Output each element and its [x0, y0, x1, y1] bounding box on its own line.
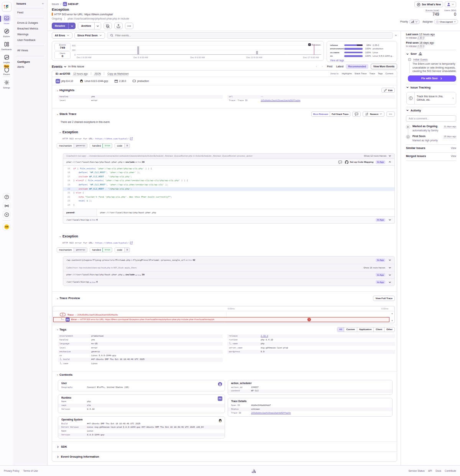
rail-item-issues[interactable]: Issues — [2, 15, 11, 25]
frame-row-called-from[interactable]: Called from: /wp-includes/class-wp-hook.… — [63, 264, 394, 271]
collapse-stack-trace-icon[interactable]: ⌄ — [56, 113, 59, 115]
jump-trace[interactable]: Trace — [370, 72, 375, 75]
code-line[interactable]: 15if ( file_exists( 'phar://wp-cli.phar/… — [63, 167, 394, 171]
releases-toggle[interactable]: ✓ Releases — [308, 43, 320, 46]
code-line[interactable]: 22 echo "Couldn't find 'php/wp-cli.php'.… — [63, 195, 394, 200]
breadcrumb-issues[interactable]: Issues — [52, 3, 59, 5]
view-all-tags-link[interactable]: View all tags — [330, 59, 394, 62]
share-button[interactable] — [114, 23, 123, 29]
tags-filter-application[interactable]: Application — [357, 327, 374, 332]
code-line[interactable]: 18} elseif ( file_exists( 'phar://wp-cli… — [63, 179, 394, 183]
sidebar-item-user-feedback[interactable]: User Feedback — [16, 37, 44, 43]
resolve-dropdown[interactable] — [68, 23, 76, 29]
exception-url-link[interactable]: https://84em.com/toptal/ — [95, 137, 128, 140]
facet-row[interactable]: os100%Linux 6.8.0-1044-g... — [330, 54, 394, 58]
copy-markdown-link[interactable]: Copy as Markdown — [107, 72, 129, 75]
jump-tags[interactable]: Tags — [378, 72, 383, 75]
collapse-contexts-icon[interactable]: ⌄ — [56, 374, 59, 375]
resolve-button[interactable]: Resolve — [52, 23, 68, 29]
org-logo[interactable] — [2, 2, 12, 11]
chevron-down-icon[interactable] — [388, 266, 391, 269]
rail-item-dashboards[interactable]: Dashboards — [2, 41, 12, 51]
api-link[interactable]: API — [428, 469, 432, 472]
users-count-box[interactable]: Users 0 — [54, 51, 71, 59]
events-dropdown[interactable]: Events — [52, 65, 67, 69]
contribute-link[interactable]: Contribute — [445, 469, 456, 472]
facet-row[interactable]: release68%2.25.0 — [330, 43, 394, 47]
exception-url-link[interactable]: https://84em.com/toptal/ — [95, 242, 128, 244]
setup-code-mapping-link[interactable]: Set up Code Mapping — [345, 160, 373, 164]
event-count-bar[interactable] — [286, 54, 288, 55]
facet-row[interactable]: environment100%production — [330, 47, 394, 51]
facet-row[interactable]: os.name100%Linux — [330, 51, 394, 54]
issue-tracking-card[interactable]: Track this issue in Jira, GitHub, etc. › — [406, 92, 456, 105]
trace-root-row[interactable]: 1 Trace — 205d9d8bc3ad415baa16ab4d50ffad… — [53, 311, 394, 317]
initial-guess-row[interactable]: Initial Guess — [408, 58, 456, 61]
code-line[interactable]: 20 include WP_CLI_ROOT . '/php/wp-cli.ph… — [63, 187, 394, 191]
activity-header[interactable]: Activity — [406, 109, 456, 112]
trace-error-row[interactable]: php Error — HTTP 503 error for URL: http… — [53, 317, 389, 322]
events-count-box[interactable]: Events 749 — [54, 43, 71, 51]
service-status-link[interactable]: Service Status — [409, 469, 425, 472]
os-context[interactable]: Linux 6.8.0-1044-gcp — [79, 79, 108, 83]
release-link[interactable]: 2.30.0 — [417, 36, 424, 39]
tag-row[interactable]: environmentproduction — [58, 334, 223, 338]
tag-row[interactable]: wordpress6.9 — [227, 350, 395, 354]
chart-plot[interactable]: Dec 1 6:00 AMDec 5 6:00 AMDec 9 6:00 AMD… — [77, 44, 321, 59]
search-input[interactable] — [115, 34, 390, 37]
thread-selector-button[interactable] — [352, 111, 361, 117]
tag-row[interactable]: languageen-US — [58, 342, 223, 346]
tag-row[interactable]: levelerror — [58, 346, 223, 350]
code-line[interactable]: 21} else { — [63, 191, 394, 195]
view-similar-button[interactable]: View — [451, 147, 456, 149]
prev-event-button[interactable]: ‹ — [314, 64, 319, 69]
releases-checkbox[interactable]: ✓ — [308, 43, 311, 46]
release-marker[interactable] — [314, 44, 314, 55]
code-line[interactable]: 23 exit( 1 ); — [63, 199, 394, 203]
date-range-filter[interactable]: Since First Seen — [74, 32, 105, 39]
chevron-down-icon[interactable] — [388, 281, 391, 284]
issue-tracking-header[interactable]: Issue Tracking — [406, 86, 456, 89]
tag-row[interactable]: handledyes — [58, 338, 223, 342]
next-event-button[interactable]: › — [320, 64, 325, 69]
sidebar-item-alerts[interactable]: Alerts — [16, 64, 44, 70]
jump-highlights[interactable]: Highlights — [342, 72, 352, 75]
event-grouping-section[interactable]: Event Grouping Information — [52, 452, 397, 461]
breadcrumb-project[interactable]: php 84EM-6P — [63, 2, 79, 6]
collapse-exception-icon[interactable]: ⌄ — [59, 131, 61, 133]
code-line[interactable]: 19 define( 'WP_CLI_ROOT', 'phar://wp-cli… — [63, 183, 394, 187]
add-comment-input[interactable]: Add a comment... — [406, 115, 456, 122]
onboarding-button[interactable] — [3, 211, 10, 218]
environment-context[interactable]: production — [132, 79, 149, 83]
sidebar-item-all-views[interactable]: All Views — [16, 47, 44, 53]
recommended-event-link[interactable]: Recommended — [346, 64, 368, 69]
terms-link[interactable]: Terms of Use — [23, 469, 38, 472]
sidebar-item-breached-metrics[interactable]: Breached Metrics — [16, 26, 44, 31]
chevron-down-icon[interactable] — [388, 273, 391, 276]
user-menu-button[interactable]: AM — [3, 223, 10, 231]
sidebar-item-warnings[interactable]: Warnings — [16, 31, 44, 37]
assignee-select[interactable]: Unassigned — [434, 19, 458, 24]
tag-row[interactable]: osLinux 6.8.0-1044-gcp — [58, 354, 223, 358]
seer-section-header[interactable]: Seer — [406, 52, 456, 56]
tags-filter-all[interactable]: All — [337, 327, 344, 332]
sidebar-collapse-icon[interactable]: « — [42, 2, 44, 5]
tags-filter-custom[interactable]: Custom — [344, 327, 356, 332]
view-more-events-button[interactable]: View More Events — [371, 64, 397, 69]
chevron-down-icon[interactable] — [388, 218, 391, 221]
chevron-up-icon[interactable] — [388, 160, 391, 164]
crashed-frame-summary[interactable]: Crashed in non-app: ...r/vendor/woocomme… — [63, 153, 395, 159]
tag-row[interactable]: nameLinux — [58, 362, 223, 366]
activity-time[interactable]: 11 days ago — [444, 125, 456, 128]
edit-highlights-button[interactable]: Edit — [381, 88, 395, 93]
environment-filter[interactable]: All Envs — [52, 32, 72, 39]
docs-link[interactable]: Docs — [435, 469, 441, 472]
chevron-down-icon[interactable] — [388, 258, 391, 262]
frame-row[interactable]: phar:///usr/local/bin/wp/php/boot-phar.p… — [63, 271, 394, 278]
privacy-policy-link[interactable]: Privacy Policy — [4, 469, 19, 472]
tag-row[interactable]: build#47-Ubuntu SMP Thu Oct 16 10:40:46 … — [58, 358, 223, 361]
latest-event-link[interactable]: Latest — [335, 64, 345, 69]
filter-events-search[interactable] — [107, 32, 393, 39]
sidebar-item-errors-outages[interactable]: Errors & Outages — [16, 20, 44, 26]
collapse-sidebar-icon[interactable]: » — [395, 34, 397, 37]
